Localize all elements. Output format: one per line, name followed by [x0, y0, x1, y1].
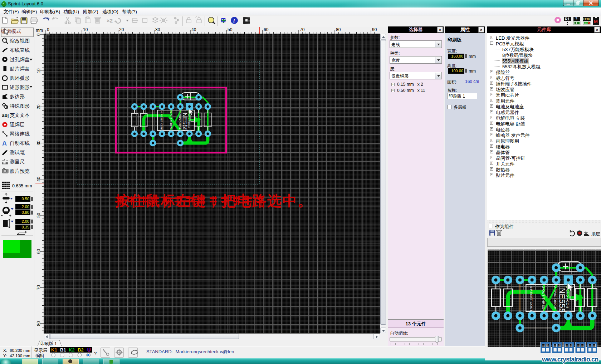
svg-text:10: 10	[36, 68, 41, 73]
svg-text:70: 70	[36, 285, 41, 290]
svg-text:30: 30	[155, 27, 160, 32]
svg-text:R1: R1	[565, 17, 570, 21]
svg-text:40: 40	[191, 27, 196, 32]
svg-text:50: 50	[228, 27, 233, 32]
svg-text:80: 80	[36, 321, 41, 326]
svg-text:90: 90	[372, 27, 377, 32]
svg-text:70: 70	[300, 27, 305, 32]
svg-text:60: 60	[264, 27, 269, 32]
svg-text:0: 0	[47, 27, 49, 32]
svg-text:20: 20	[119, 27, 124, 32]
svg-text:DRC: DRC	[583, 17, 590, 21]
svg-text:80: 80	[336, 27, 341, 32]
svg-text:20: 20	[36, 104, 41, 109]
svg-text:M: M	[594, 19, 598, 24]
svg-text:×2: ×2	[107, 18, 113, 24]
svg-text:?: ?	[575, 17, 577, 21]
svg-text:50: 50	[36, 213, 41, 218]
svg-text:10: 10	[83, 27, 88, 32]
svg-text:0: 0	[36, 34, 41, 36]
svg-text:40: 40	[36, 177, 41, 182]
svg-text:mm: mm	[36, 28, 43, 33]
svg-text:ab|: ab|	[2, 113, 9, 118]
svg-text:60: 60	[36, 249, 41, 254]
svg-text:30: 30	[36, 141, 41, 146]
svg-text:A: A	[2, 140, 7, 147]
